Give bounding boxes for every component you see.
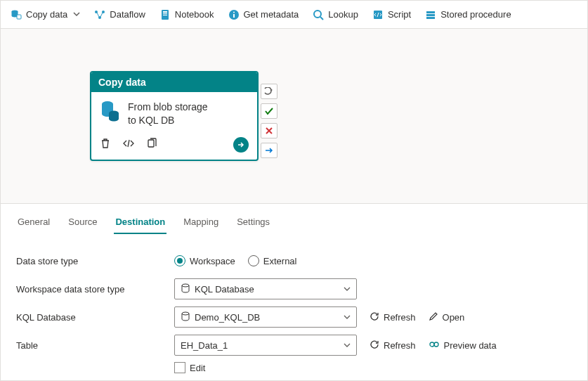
- database-icon: [101, 101, 119, 124]
- label-kql-database: KQL Database: [16, 312, 174, 323]
- label-table: Table: [16, 340, 174, 351]
- toolbar-label: Script: [388, 9, 411, 20]
- radio-workspace[interactable]: Workspace: [174, 255, 235, 266]
- chevron-down-icon: [344, 340, 351, 351]
- refresh-icon: [370, 311, 379, 323]
- status-skip-icon[interactable]: [261, 84, 277, 99]
- toolbar-label: Stored procedure: [440, 9, 511, 20]
- svg-point-22: [430, 342, 434, 347]
- status-completion-icon[interactable]: [261, 143, 277, 158]
- toolbar-label: Copy data: [26, 9, 67, 20]
- toolbar-label: Notebook: [175, 9, 214, 20]
- stored-procedure-icon: [425, 9, 436, 20]
- kql-db-icon: [181, 283, 190, 295]
- svg-rect-15: [426, 14, 435, 16]
- toolbar: Copy data Dataflow Notebook Get metadata…: [1, 1, 587, 29]
- label-workspace-data-store-type: Workspace data store type: [16, 284, 174, 295]
- svg-rect-7: [163, 13, 167, 14]
- svg-rect-1: [17, 15, 21, 19]
- svg-rect-19: [148, 140, 154, 147]
- svg-point-12: [314, 11, 321, 18]
- svg-point-21: [182, 312, 189, 315]
- svg-rect-6: [163, 11, 167, 13]
- chevron-down-icon: [344, 312, 351, 323]
- checkbox-edit[interactable]: [174, 362, 185, 373]
- label-data-store-type: Data store type: [16, 256, 174, 266]
- destination-form: Data store type Workspace External Works…: [1, 234, 587, 381]
- tab-destination[interactable]: Destination: [114, 212, 166, 234]
- toolbar-label: Get metadata: [244, 9, 299, 20]
- activity-copy-data[interactable]: Copy data From blob storage to KQL DB: [90, 71, 259, 161]
- radio-dot-icon: [248, 255, 259, 266]
- toolbar-lookup[interactable]: Lookup: [307, 6, 364, 23]
- status-fail-icon[interactable]: [261, 123, 277, 138]
- toolbar-notebook[interactable]: Notebook: [154, 6, 220, 23]
- kql-db-icon: [181, 311, 190, 323]
- dataflow-icon: [94, 9, 105, 20]
- pipeline-canvas[interactable]: Copy data From blob storage to KQL DB: [1, 29, 587, 203]
- preview-data[interactable]: Preview data: [429, 340, 497, 351]
- svg-point-23: [434, 342, 438, 347]
- copy-icon[interactable]: [146, 138, 157, 151]
- database-copy-icon: [11, 9, 22, 20]
- radio-external[interactable]: External: [248, 255, 297, 266]
- tab-mapping[interactable]: Mapping: [182, 212, 220, 234]
- toolbar-label: Lookup: [328, 9, 358, 20]
- refresh-table[interactable]: Refresh: [370, 340, 416, 351]
- svg-rect-8: [163, 15, 167, 15]
- radio-dot-icon: [174, 255, 185, 266]
- dropdown-table[interactable]: EH_Data_1: [174, 335, 357, 356]
- toolbar-stored-procedure[interactable]: Stored procedure: [419, 6, 516, 23]
- notebook-icon: [159, 9, 171, 20]
- dropdown-workspace-data-store-type[interactable]: KQL Database: [174, 278, 357, 299]
- open-kql-database[interactable]: Open: [429, 311, 465, 323]
- code-icon[interactable]: [122, 138, 135, 151]
- refresh-icon: [370, 340, 379, 351]
- svg-point-20: [182, 284, 189, 287]
- run-button[interactable]: [233, 137, 249, 153]
- dropdown-kql-database[interactable]: Demo_KQL_DB: [174, 306, 357, 328]
- activity-title: Copy data: [91, 72, 257, 92]
- toolbar-get-metadata[interactable]: Get metadata: [223, 6, 305, 23]
- property-tabs: General Source Destination Mapping Setti…: [1, 203, 587, 234]
- label-edit: Edit: [190, 363, 205, 373]
- preview-icon: [429, 340, 440, 351]
- script-icon: [372, 9, 384, 20]
- svg-rect-14: [426, 11, 435, 13]
- tab-source[interactable]: Source: [67, 212, 98, 234]
- svg-rect-10: [233, 14, 235, 18]
- edit-pencil-icon: [429, 311, 438, 323]
- info-icon: [228, 9, 240, 20]
- delete-icon[interactable]: [100, 138, 111, 151]
- refresh-kql-database[interactable]: Refresh: [370, 311, 416, 323]
- toolbar-dataflow[interactable]: Dataflow: [89, 6, 151, 23]
- toolbar-label: Dataflow: [110, 9, 145, 20]
- svg-rect-16: [426, 17, 435, 19]
- activity-status-handles: [261, 84, 277, 158]
- toolbar-copy-data[interactable]: Copy data: [5, 6, 86, 23]
- tab-general[interactable]: General: [16, 212, 51, 234]
- svg-point-11: [233, 11, 235, 13]
- tab-settings[interactable]: Settings: [235, 212, 271, 234]
- status-success-icon[interactable]: [261, 103, 277, 119]
- chevron-down-icon: [344, 284, 351, 295]
- activity-description: From blob storage to KQL DB: [128, 101, 208, 127]
- search-icon: [313, 9, 324, 20]
- toolbar-script[interactable]: Script: [367, 6, 417, 23]
- chevron-down-icon: [73, 9, 80, 20]
